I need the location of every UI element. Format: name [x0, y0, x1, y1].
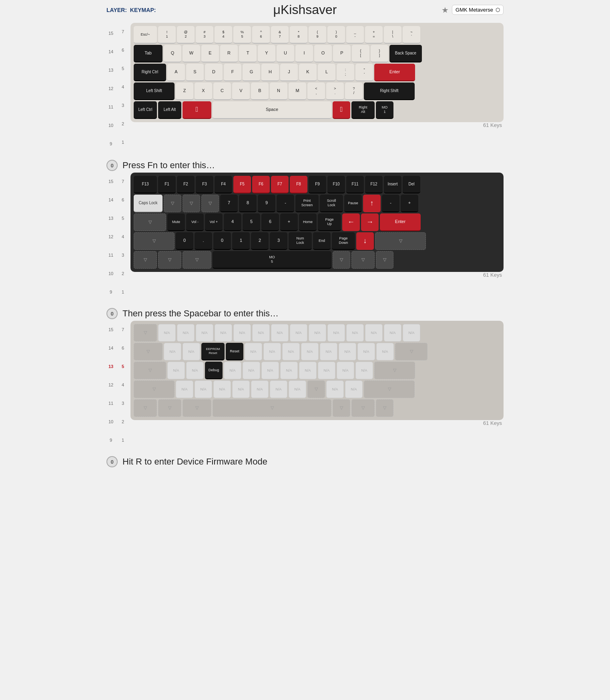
key-n3[interactable]: 3	[270, 232, 287, 250]
key-f13[interactable]: F13	[134, 176, 157, 193]
key-right-alt[interactable]: RightAlt	[351, 101, 375, 119]
key-f10[interactable]: F10	[327, 176, 345, 193]
key-k[interactable]: K	[299, 64, 317, 81]
key-esc[interactable]: Esc/~	[134, 26, 157, 44]
key-x[interactable]: X	[195, 82, 212, 100]
key3-trans-2[interactable]: ▽	[134, 343, 163, 360]
key-left-shift[interactable]: Left Shift	[134, 82, 175, 100]
key-trans-1[interactable]: ▽	[164, 195, 181, 212]
key-page-up[interactable]: PageUp	[318, 213, 341, 231]
key-space[interactable]: Space	[213, 101, 331, 119]
key-home[interactable]: Home	[299, 213, 317, 231]
key-right-arrow[interactable]: →	[361, 213, 379, 231]
key-9[interactable]: (9	[309, 26, 326, 44]
key3-na-24[interactable]: N/A	[376, 343, 394, 360]
key-f2[interactable]: F2	[177, 176, 195, 193]
key-trans-a[interactable]: ▽	[134, 213, 166, 231]
key-v[interactable]: V	[232, 82, 250, 100]
preset-select[interactable]: GMK Metaverse ⬡	[452, 5, 504, 15]
key-backspace[interactable]: Back Space	[389, 45, 422, 62]
key-trans-f[interactable]: ▽	[183, 251, 211, 269]
key-f1[interactable]: F1	[158, 176, 176, 193]
key3-na-42[interactable]: N/A	[326, 380, 344, 398]
key-f[interactable]: F	[224, 64, 241, 81]
key3-na-10[interactable]: N/A	[327, 324, 345, 342]
key-semicolon[interactable]: :;	[337, 64, 354, 81]
key3-na-32[interactable]: N/A	[318, 362, 335, 379]
key3-na-15[interactable]: N/A	[164, 343, 181, 360]
key-i[interactable]: I	[295, 45, 313, 62]
key-4[interactable]: $4	[215, 26, 232, 44]
key-f6[interactable]: F6	[252, 176, 270, 193]
key3-na-1[interactable]: N/A	[158, 324, 176, 342]
key-f11[interactable]: F11	[346, 176, 364, 193]
key-n7[interactable]: 7	[220, 195, 238, 212]
key-left-cmd[interactable]: 	[183, 101, 211, 119]
key-slash[interactable]: ?/	[345, 82, 363, 100]
key-ndot[interactable]: .	[195, 232, 212, 250]
key3-trans-10[interactable]: ▽	[158, 399, 181, 417]
key-p[interactable]: P	[333, 45, 351, 62]
key-y[interactable]: Y	[258, 45, 275, 62]
key-n5[interactable]: 5	[243, 213, 260, 231]
key-trans-e[interactable]: ▽	[158, 251, 181, 269]
key-q[interactable]: Q	[164, 45, 181, 62]
key-lbracket[interactable]: {[	[352, 45, 369, 62]
key-d[interactable]: D	[205, 64, 223, 81]
key3-na-40[interactable]: N/A	[270, 380, 287, 398]
key-tab[interactable]: Tab	[134, 45, 163, 62]
key-trans-2[interactable]: ▽	[183, 195, 200, 212]
key-r[interactable]: R	[220, 45, 238, 62]
key-trans-d[interactable]: ▽	[134, 251, 157, 269]
key-insert[interactable]: Insert	[384, 176, 401, 193]
key-n0b[interactable]: 0	[213, 232, 231, 250]
key3-trans-5[interactable]: ▽	[374, 362, 415, 379]
key-mo1[interactable]: MO1	[376, 101, 393, 119]
key3-trans-13[interactable]: ▽	[351, 399, 375, 417]
key-reset[interactable]: Reset	[226, 343, 243, 360]
key-eeprom-reset[interactable]: EEPROMReset	[201, 343, 225, 360]
key3-trans-8[interactable]: ▽	[364, 380, 415, 398]
key-n1[interactable]: 1	[232, 232, 250, 250]
key3-trans-1[interactable]: ▽	[134, 324, 157, 342]
key3-na-9[interactable]: N/A	[309, 324, 326, 342]
key3-na-7[interactable]: N/A	[271, 324, 289, 342]
key-del[interactable]: Del	[403, 176, 420, 193]
key-minus[interactable]: _-	[346, 26, 364, 44]
key-end[interactable]: End	[313, 232, 331, 250]
key-n6[interactable]: 6	[261, 213, 279, 231]
key-c[interactable]: C	[213, 82, 231, 100]
key3-na-11[interactable]: N/A	[346, 324, 364, 342]
key-a[interactable]: A	[167, 64, 185, 81]
key-period[interactable]: >.	[326, 82, 344, 100]
key-right-ctrl[interactable]: Right Ctrl	[134, 64, 166, 81]
key-f12[interactable]: F12	[365, 176, 383, 193]
key-5[interactable]: %5	[233, 26, 251, 44]
key-n4[interactable]: 4	[224, 213, 241, 231]
key3-na-26[interactable]: N/A	[186, 362, 204, 379]
key3-na-4[interactable]: N/A	[215, 324, 232, 342]
key-nminus[interactable]: -	[277, 195, 294, 212]
key-mo5[interactable]: MO5	[213, 251, 331, 269]
key-n0a[interactable]: 0	[176, 232, 193, 250]
key-right-shift[interactable]: Right Shift	[364, 82, 415, 100]
key3-na-35[interactable]: N/A	[176, 380, 193, 398]
key-caps-lock[interactable]: Caps Lock	[134, 195, 163, 212]
key-comma[interactable]: <,	[307, 82, 325, 100]
key-h[interactable]: H	[261, 64, 279, 81]
key-quote[interactable]: "'	[355, 64, 373, 81]
key-f7[interactable]: F7	[271, 176, 289, 193]
key-8[interactable]: *8	[290, 26, 307, 44]
key-backslash[interactable]: |\	[384, 26, 401, 44]
key-trans-i[interactable]: ▽	[376, 251, 393, 269]
key-f3[interactable]: F3	[196, 176, 213, 193]
key-trans-g[interactable]: ▽	[333, 251, 350, 269]
key-f9[interactable]: F9	[309, 176, 326, 193]
key3-trans-4[interactable]: ▽	[134, 362, 166, 379]
key3-na-20[interactable]: N/A	[301, 343, 319, 360]
key-left-alt[interactable]: Left Alt	[158, 101, 181, 119]
key3-na-36[interactable]: N/A	[195, 380, 212, 398]
key-pause[interactable]: Pause	[344, 195, 362, 212]
key-trans-h[interactable]: ▽	[351, 251, 375, 269]
key-f4[interactable]: F4	[215, 176, 232, 193]
